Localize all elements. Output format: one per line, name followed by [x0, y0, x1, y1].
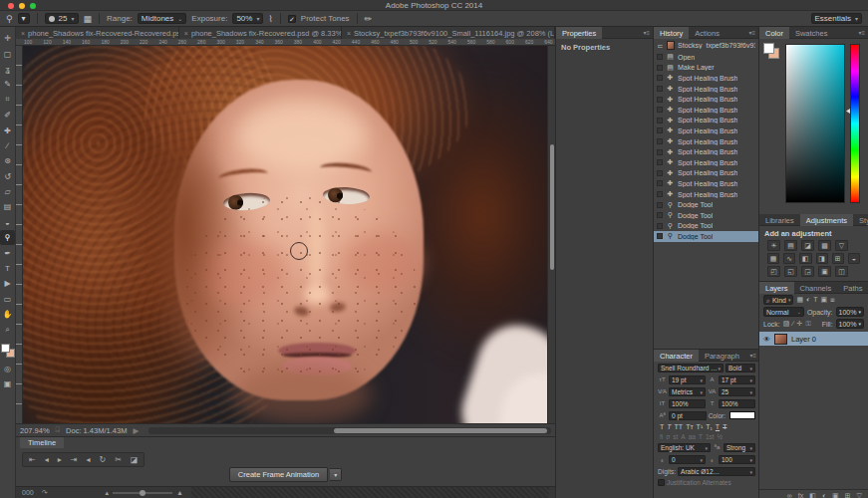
history-source-checkbox[interactable] — [657, 223, 663, 229]
adjustment-icon[interactable]: ◫ — [835, 266, 848, 277]
clone-stamp-tool[interactable]: ⊛ — [0, 153, 15, 168]
eyedropper-tool[interactable]: ✐ — [0, 108, 15, 123]
history-source-checkbox[interactable] — [657, 75, 663, 81]
history-row[interactable]: ▤ Make Layer — [654, 63, 758, 74]
layers-action-icon[interactable]: ▣ — [832, 492, 839, 498]
history-row[interactable]: ⚲ Dodge Tool — [654, 199, 758, 210]
history-row[interactable]: ⚲ Dodge Tool — [654, 231, 758, 242]
history-row[interactable]: ✚ Spot Healing Brush — [654, 157, 758, 168]
dodge-tool[interactable]: ⚲ — [0, 230, 15, 245]
baseline-shift-field[interactable]: 0 pt — [669, 411, 707, 420]
history-snapshot-row[interactable]: 𝈸 Stocksy_txpef3b793f6v9100_S… — [654, 39, 758, 52]
adjustment-icon[interactable]: ▽ — [835, 240, 848, 251]
history-source-checkbox[interactable] — [657, 202, 663, 208]
lock-option-icon[interactable]: ∕ — [792, 320, 793, 328]
history-row[interactable]: ✚ Spot Healing Brush — [654, 189, 758, 200]
opentype-feature-button[interactable]: st — [673, 433, 678, 440]
history-brush-source-icon[interactable]: 𝈸 — [657, 42, 664, 49]
history-row[interactable]: ✚ Spot Healing Brush — [654, 136, 758, 147]
tab-history[interactable]: History — [654, 27, 689, 39]
zoom-out-icon[interactable]: ▴ — [106, 489, 110, 497]
eraser-tool[interactable]: ▱ — [0, 184, 15, 199]
text-style-button[interactable]: T — [716, 423, 720, 430]
adjustment-icon[interactable]: ▦ — [767, 253, 779, 264]
horizontal-scale-field[interactable]: 100% — [719, 399, 755, 408]
status-caret-icon[interactable]: ▶ — [133, 426, 139, 435]
brush-cursor[interactable] — [290, 242, 308, 260]
history-source-checkbox[interactable] — [657, 107, 663, 113]
panel-menu-icon[interactable]: ▾≡ — [748, 29, 755, 36]
toggle-brush-panel-icon[interactable]: ▦ — [84, 14, 93, 24]
history-row[interactable]: ✚ Spot Healing Brush — [654, 73, 758, 84]
adjustment-icon[interactable]: ◰ — [767, 266, 780, 277]
layer-row[interactable]: 👁 Layer 0 — [759, 332, 868, 346]
history-source-checkbox[interactable] — [657, 54, 663, 60]
flow-arrow-icon[interactable]: ↷ — [42, 489, 48, 497]
history-source-checkbox[interactable] — [657, 65, 663, 71]
lock-option-icon[interactable]: ▨ — [783, 320, 790, 328]
history-row[interactable]: ▤ Open — [654, 52, 758, 63]
adjustment-icon[interactable]: ☀ — [767, 240, 780, 251]
tab-swatches[interactable]: Swatches — [789, 27, 834, 39]
scrollbar-thumb[interactable] — [334, 428, 547, 433]
text-style-button[interactable]: T — [660, 423, 664, 430]
tab-actions[interactable]: Actions — [689, 27, 725, 39]
adjustment-icon[interactable]: ◪ — [801, 240, 814, 251]
layer-filter-dropdown[interactable]: ⌕ Kind ▾ — [763, 295, 793, 305]
history-brush-tool[interactable]: ↺ — [0, 169, 15, 184]
history-row[interactable]: ✚ Spot Healing Brush — [654, 168, 758, 179]
layer-filter-type-icon[interactable]: ▣ — [821, 296, 828, 304]
foreground-background-swatches[interactable] — [1, 344, 15, 358]
vertical-scale-field[interactable]: 100% — [669, 399, 706, 408]
history-source-checkbox[interactable] — [657, 138, 663, 144]
history-source-checkbox[interactable] — [657, 159, 663, 165]
shape-tool[interactable]: ▭ — [0, 292, 15, 307]
leading-field[interactable]: 17 pt▾ — [719, 375, 755, 384]
layer-filter-type-icon[interactable]: ⧈ — [830, 296, 834, 304]
playback-control-icon[interactable]: ✂ — [115, 455, 122, 464]
layer-visibility-icon[interactable]: 👁 — [763, 336, 770, 343]
playback-control-icon[interactable]: ↻ — [99, 455, 106, 464]
move-tool[interactable]: ✛ — [0, 31, 15, 46]
lasso-tool[interactable]: ʓ — [0, 62, 15, 77]
brush-size-dropdown[interactable]: 25 ▾ — [45, 13, 79, 24]
playback-control-icon[interactable]: ⇤ — [29, 455, 36, 464]
close-tab-icon[interactable]: × — [21, 30, 25, 37]
adjustment-icon[interactable]: ▩ — [818, 240, 831, 251]
history-source-checkbox[interactable] — [657, 97, 663, 103]
text-style-button[interactable]: T¹ — [697, 423, 704, 430]
history-source-checkbox[interactable] — [657, 118, 663, 124]
horizontal-scrollbar[interactable] — [148, 427, 551, 434]
history-source-checkbox[interactable] — [657, 149, 663, 155]
tab-layers[interactable]: Layers — [759, 282, 794, 294]
layer-name[interactable]: Layer 0 — [791, 335, 816, 344]
pen-tool[interactable]: ✒ — [0, 245, 15, 260]
zoom-tool[interactable]: ⌕ — [0, 322, 15, 337]
history-row[interactable]: ✚ Spot Healing Brush — [654, 94, 758, 105]
lock-option-icon[interactable]: ⚿ — [805, 320, 810, 328]
document-tab[interactable]: × Stocksy_txpef3b793f6v9100_Small_111616… — [342, 27, 555, 39]
layer-filter-type-icon[interactable]: ◐ — [806, 296, 810, 304]
history-row[interactable]: ✚ Spot Healing Brush — [654, 125, 758, 136]
quick-mask-button[interactable]: ◎ — [0, 362, 15, 376]
tool-preset-caret-icon[interactable]: ▾ — [18, 13, 30, 24]
panel-menu-icon[interactable]: ▾≡ — [858, 29, 865, 36]
gradient-tool[interactable]: ▤ — [0, 199, 15, 214]
opentype-feature-button[interactable]: aa — [689, 433, 696, 440]
range-dropdown[interactable]: Midtones ⌄ — [138, 13, 187, 24]
history-row[interactable]: ✚ Spot Healing Brush — [654, 116, 758, 126]
layers-action-icon[interactable]: fx — [798, 492, 803, 498]
lock-option-icon[interactable]: ✛ — [797, 320, 803, 328]
anti-alias-dropdown[interactable]: Strong▾ — [723, 443, 755, 452]
create-frame-animation-button[interactable]: Create Frame Animation — [229, 467, 328, 482]
type-tool[interactable]: T — [0, 261, 15, 276]
hue-slider[interactable] — [850, 44, 860, 203]
brush-tool[interactable]: ∕ — [0, 138, 15, 153]
layer-filter-type-icon[interactable]: ▦ — [796, 296, 803, 304]
panel-menu-icon[interactable]: ▾≡ — [749, 352, 756, 359]
scrollbar-thumb[interactable] — [550, 144, 554, 270]
playback-control-icon[interactable]: ▸ — [58, 455, 62, 464]
hue-slider-marker[interactable] — [846, 109, 850, 114]
tab-properties[interactable]: Properties — [556, 27, 602, 39]
adjustment-icon[interactable]: ◒ — [848, 253, 860, 264]
